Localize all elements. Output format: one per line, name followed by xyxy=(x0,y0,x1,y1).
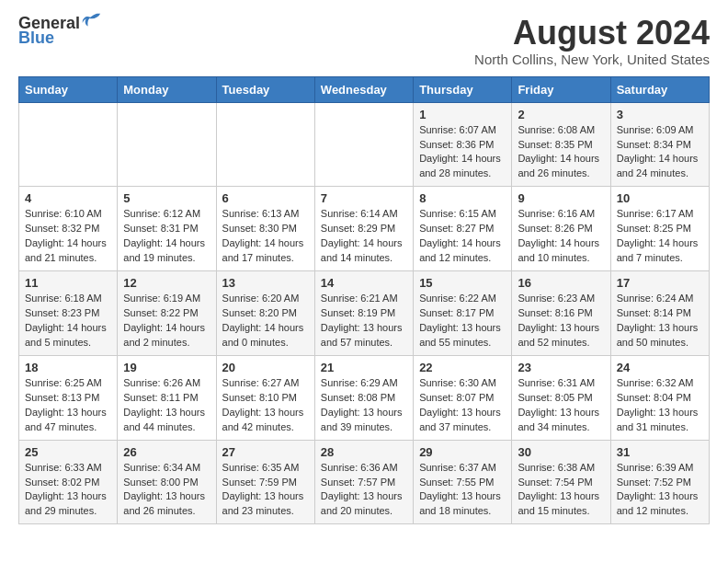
title-block: August 2024 North Collins, New York, Uni… xyxy=(474,15,710,67)
day-number: 24 xyxy=(617,361,703,374)
day-number: 4 xyxy=(25,191,111,205)
calendar-cell: 5Sunrise: 6:12 AM Sunset: 8:31 PM Daylig… xyxy=(118,187,216,271)
calendar-cell: 10Sunrise: 6:17 AM Sunset: 8:25 PM Dayli… xyxy=(610,187,709,271)
calendar-cell: 17Sunrise: 6:24 AM Sunset: 8:14 PM Dayli… xyxy=(610,271,709,356)
day-number: 3 xyxy=(617,108,703,121)
day-info: Sunrise: 6:16 AM Sunset: 8:26 PM Dayligh… xyxy=(518,207,604,266)
logo-bird-icon xyxy=(82,12,102,32)
calendar-cell: 11Sunrise: 6:18 AM Sunset: 8:23 PM Dayli… xyxy=(19,271,118,356)
calendar-cell xyxy=(19,102,118,187)
day-number: 19 xyxy=(123,361,210,374)
day-number: 22 xyxy=(419,361,506,374)
day-info: Sunrise: 6:39 AM Sunset: 7:52 PM Dayligh… xyxy=(617,461,703,520)
calendar-cell: 8Sunrise: 6:15 AM Sunset: 8:27 PM Daylig… xyxy=(414,187,512,271)
day-info: Sunrise: 6:32 AM Sunset: 8:04 PM Dayligh… xyxy=(617,376,703,435)
day-info: Sunrise: 6:14 AM Sunset: 8:29 PM Dayligh… xyxy=(321,207,407,266)
calendar-cell: 4Sunrise: 6:10 AM Sunset: 8:32 PM Daylig… xyxy=(19,187,118,271)
day-number: 15 xyxy=(419,276,506,290)
page: General Blue August 2024 North Collins, … xyxy=(0,0,728,539)
col-header-thursday: Thursday xyxy=(414,76,512,102)
day-info: Sunrise: 6:07 AM Sunset: 8:36 PM Dayligh… xyxy=(419,123,506,182)
day-number: 14 xyxy=(321,276,407,290)
calendar-cell: 16Sunrise: 6:23 AM Sunset: 8:16 PM Dayli… xyxy=(512,271,610,356)
calendar-cell: 21Sunrise: 6:29 AM Sunset: 8:08 PM Dayli… xyxy=(314,355,413,440)
logo-blue: Blue xyxy=(18,29,54,47)
day-number: 6 xyxy=(222,191,309,205)
day-number: 27 xyxy=(222,445,309,459)
day-info: Sunrise: 6:08 AM Sunset: 8:35 PM Dayligh… xyxy=(518,123,604,182)
calendar-cell: 29Sunrise: 6:37 AM Sunset: 7:55 PM Dayli… xyxy=(414,440,512,524)
day-info: Sunrise: 6:33 AM Sunset: 8:02 PM Dayligh… xyxy=(25,461,111,520)
day-number: 9 xyxy=(518,191,604,205)
day-number: 16 xyxy=(518,276,604,290)
day-number: 30 xyxy=(518,445,604,459)
day-number: 21 xyxy=(321,361,407,374)
calendar-cell: 19Sunrise: 6:26 AM Sunset: 8:11 PM Dayli… xyxy=(118,355,216,440)
calendar-cell: 24Sunrise: 6:32 AM Sunset: 8:04 PM Dayli… xyxy=(610,355,709,440)
day-number: 18 xyxy=(25,361,111,374)
calendar-cell: 23Sunrise: 6:31 AM Sunset: 8:05 PM Dayli… xyxy=(512,355,610,440)
col-header-sunday: Sunday xyxy=(19,76,118,102)
day-number: 26 xyxy=(123,445,210,459)
col-header-friday: Friday xyxy=(512,76,610,102)
day-info: Sunrise: 6:27 AM Sunset: 8:10 PM Dayligh… xyxy=(222,376,309,435)
day-number: 8 xyxy=(419,191,506,205)
day-number: 11 xyxy=(25,276,111,290)
subtitle: North Collins, New York, United States xyxy=(474,52,710,67)
day-info: Sunrise: 6:26 AM Sunset: 8:11 PM Dayligh… xyxy=(123,376,210,435)
day-number: 5 xyxy=(123,191,210,205)
day-info: Sunrise: 6:30 AM Sunset: 8:07 PM Dayligh… xyxy=(419,376,506,435)
day-number: 28 xyxy=(321,445,407,459)
calendar-cell: 28Sunrise: 6:36 AM Sunset: 7:57 PM Dayli… xyxy=(314,440,413,524)
calendar-cell: 25Sunrise: 6:33 AM Sunset: 8:02 PM Dayli… xyxy=(19,440,118,524)
calendar-cell: 20Sunrise: 6:27 AM Sunset: 8:10 PM Dayli… xyxy=(216,355,314,440)
day-info: Sunrise: 6:29 AM Sunset: 8:08 PM Dayligh… xyxy=(321,376,407,435)
calendar-cell: 26Sunrise: 6:34 AM Sunset: 8:00 PM Dayli… xyxy=(118,440,216,524)
day-info: Sunrise: 6:20 AM Sunset: 8:20 PM Dayligh… xyxy=(222,292,309,350)
calendar-cell xyxy=(216,102,314,187)
day-info: Sunrise: 6:10 AM Sunset: 8:32 PM Dayligh… xyxy=(25,207,111,266)
calendar-cell: 31Sunrise: 6:39 AM Sunset: 7:52 PM Dayli… xyxy=(610,440,709,524)
calendar-cell: 13Sunrise: 6:20 AM Sunset: 8:20 PM Dayli… xyxy=(216,271,314,356)
col-header-wednesday: Wednesday xyxy=(314,76,413,102)
calendar-table: SundayMondayTuesdayWednesdayThursdayFrid… xyxy=(18,76,710,525)
calendar-cell: 15Sunrise: 6:22 AM Sunset: 8:17 PM Dayli… xyxy=(414,271,512,356)
calendar-cell: 1Sunrise: 6:07 AM Sunset: 8:36 PM Daylig… xyxy=(414,102,512,187)
calendar-cell xyxy=(118,102,216,187)
day-info: Sunrise: 6:09 AM Sunset: 8:34 PM Dayligh… xyxy=(617,123,703,182)
day-info: Sunrise: 6:19 AM Sunset: 8:22 PM Dayligh… xyxy=(123,292,210,350)
calendar-cell: 3Sunrise: 6:09 AM Sunset: 8:34 PM Daylig… xyxy=(610,102,709,187)
day-number: 23 xyxy=(518,361,604,374)
day-info: Sunrise: 6:12 AM Sunset: 8:31 PM Dayligh… xyxy=(123,207,210,266)
calendar-cell: 6Sunrise: 6:13 AM Sunset: 8:30 PM Daylig… xyxy=(216,187,314,271)
day-number: 2 xyxy=(518,108,604,121)
day-info: Sunrise: 6:17 AM Sunset: 8:25 PM Dayligh… xyxy=(617,207,703,266)
day-number: 31 xyxy=(617,445,703,459)
header: General Blue August 2024 North Collins, … xyxy=(18,15,710,67)
day-number: 25 xyxy=(25,445,111,459)
logo: General Blue xyxy=(18,15,102,48)
calendar-cell: 14Sunrise: 6:21 AM Sunset: 8:19 PM Dayli… xyxy=(314,271,413,356)
day-info: Sunrise: 6:13 AM Sunset: 8:30 PM Dayligh… xyxy=(222,207,309,266)
day-number: 20 xyxy=(222,361,309,374)
day-info: Sunrise: 6:21 AM Sunset: 8:19 PM Dayligh… xyxy=(321,292,407,350)
col-header-saturday: Saturday xyxy=(610,76,709,102)
calendar-cell: 7Sunrise: 6:14 AM Sunset: 8:29 PM Daylig… xyxy=(314,187,413,271)
col-header-tuesday: Tuesday xyxy=(216,76,314,102)
calendar-cell: 22Sunrise: 6:30 AM Sunset: 8:07 PM Dayli… xyxy=(414,355,512,440)
day-info: Sunrise: 6:15 AM Sunset: 8:27 PM Dayligh… xyxy=(419,207,506,266)
day-number: 29 xyxy=(419,445,506,459)
day-number: 10 xyxy=(617,191,703,205)
day-number: 7 xyxy=(321,191,407,205)
calendar-cell: 27Sunrise: 6:35 AM Sunset: 7:59 PM Dayli… xyxy=(216,440,314,524)
calendar-cell: 30Sunrise: 6:38 AM Sunset: 7:54 PM Dayli… xyxy=(512,440,610,524)
day-info: Sunrise: 6:36 AM Sunset: 7:57 PM Dayligh… xyxy=(321,461,407,520)
day-info: Sunrise: 6:25 AM Sunset: 8:13 PM Dayligh… xyxy=(25,376,111,435)
day-number: 17 xyxy=(617,276,703,290)
day-info: Sunrise: 6:38 AM Sunset: 7:54 PM Dayligh… xyxy=(518,461,604,520)
day-info: Sunrise: 6:34 AM Sunset: 8:00 PM Dayligh… xyxy=(123,461,210,520)
calendar-cell: 18Sunrise: 6:25 AM Sunset: 8:13 PM Dayli… xyxy=(19,355,118,440)
day-number: 13 xyxy=(222,276,309,290)
day-info: Sunrise: 6:31 AM Sunset: 8:05 PM Dayligh… xyxy=(518,376,604,435)
day-info: Sunrise: 6:35 AM Sunset: 7:59 PM Dayligh… xyxy=(222,461,309,520)
